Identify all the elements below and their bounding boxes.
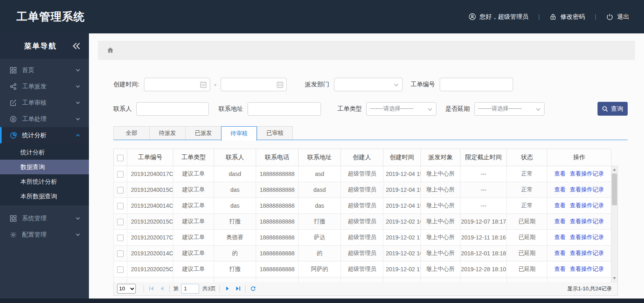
order-no-input[interactable] <box>440 78 513 91</box>
home-icon[interactable] <box>106 46 114 54</box>
collapse-sidebar-icon[interactable] <box>72 42 81 50</box>
create-time-end-input[interactable] <box>221 78 287 91</box>
view-log-link[interactable]: 查看操作记录 <box>570 250 604 256</box>
column-header-派发对象[interactable]: 派发对象 <box>421 149 460 166</box>
power-icon <box>606 13 613 20</box>
sidebar-item-工单审核[interactable]: 工单审核 <box>0 94 89 111</box>
sidebar-item-统计分析[interactable]: 统计分析 <box>0 127 89 143</box>
cell-order-type: 建议工单 <box>173 214 214 230</box>
tab-已派发[interactable]: 已派发 <box>185 126 221 140</box>
view-log-link[interactable]: 查看操作记录 <box>570 170 604 177</box>
cell-dispatch-target: 墩上中心所 <box>421 261 460 277</box>
tab-全部[interactable]: 全部 <box>113 126 149 140</box>
column-header-联系电话[interactable]: 联系电话 <box>256 149 299 166</box>
chevron-down-icon <box>75 67 81 73</box>
row-checkbox[interactable] <box>117 266 124 273</box>
view-log-link[interactable]: 查看操作记录 <box>570 202 604 209</box>
sidebar-header: 菜单导航 <box>0 33 89 59</box>
table-row: 201912040017C建议工单dasd18888888888asd超级管理员… <box>114 166 611 182</box>
prev-page-icon[interactable] <box>158 285 166 292</box>
sidebar-item-工单处理[interactable]: 工单处理 <box>0 111 89 127</box>
change-password-button[interactable]: 修改密码 <box>549 13 585 21</box>
sidebar-subitem-本所统计分析[interactable]: 本所统计分析 <box>0 174 89 189</box>
create-time-start-input[interactable] <box>144 78 210 91</box>
row-checkbox[interactable] <box>117 171 124 178</box>
view-log-link[interactable]: 查看操作记录 <box>570 234 604 240</box>
sidebar-item-label: 配置管理 <box>22 231 46 239</box>
cell-contact: 的 <box>214 246 256 261</box>
cell-creator: 超级管理员 <box>341 261 383 277</box>
sidebar-subitem-本所数据查询[interactable]: 本所数据查询 <box>0 189 89 204</box>
view-link[interactable]: 查看 <box>554 266 566 272</box>
delay-select[interactable]: -------请选择------- <box>474 102 544 116</box>
pager-divider <box>169 285 170 292</box>
tab-待派发[interactable]: 待派发 <box>149 126 185 140</box>
dispatch-dept-select[interactable] <box>334 78 403 91</box>
sidebar-subitem-统计分析[interactable]: 统计分析 <box>0 145 89 160</box>
cell-dispatch-target: 墩上中心所 <box>421 182 460 198</box>
view-log-link[interactable]: 查看操作记录 <box>570 218 604 224</box>
scrollbar-thumb[interactable] <box>612 173 617 205</box>
sidebar-item-首页[interactable]: 首页 <box>0 62 89 78</box>
column-header-创建时间[interactable]: 创建时间 <box>383 149 421 166</box>
app-title: 工单管理系统 <box>16 9 85 24</box>
topbar-divider: | <box>538 13 540 20</box>
view-link[interactable]: 查看 <box>554 202 566 209</box>
last-page-icon[interactable] <box>234 285 241 292</box>
column-header-工单编号[interactable]: 工单编号 <box>127 149 173 166</box>
row-checkbox[interactable] <box>117 235 124 241</box>
view-link[interactable]: 查看 <box>554 234 566 240</box>
sidebar-item-工单派发[interactable]: 工单派发 <box>0 78 89 94</box>
cell-operations: 查看查看操作记录 <box>547 261 611 277</box>
sidebar-menu: 首页工单派发工单审核工单处理统计分析统计分析数据查询本所统计分析本所数据查询系统… <box>0 59 89 243</box>
search-button[interactable]: 查询 <box>598 102 628 116</box>
row-checkbox[interactable] <box>117 203 124 209</box>
address-input[interactable] <box>248 102 321 116</box>
scroll-up-icon[interactable] <box>611 166 617 173</box>
main-content: 创建时间: - <box>89 33 644 299</box>
row-select-cell <box>114 198 127 214</box>
view-link[interactable]: 查看 <box>554 250 566 256</box>
tab-待审核[interactable]: 待审核 <box>221 126 257 141</box>
tab-已审核[interactable]: 已审核 <box>257 126 293 140</box>
refresh-icon[interactable] <box>249 285 257 292</box>
pager: 10 第 共3页 <box>113 282 618 296</box>
column-header-限定截止时间[interactable]: 限定截止时间 <box>460 149 507 166</box>
first-page-icon[interactable] <box>148 285 155 292</box>
column-header-联系地址[interactable]: 联系地址 <box>299 149 341 166</box>
sidebar-item-配置管理[interactable]: 配置管理 <box>0 226 89 243</box>
row-checkbox[interactable] <box>117 187 124 193</box>
table-row-partial <box>114 277 611 282</box>
logout-button[interactable]: 退出 <box>606 13 629 21</box>
table-row: 201912040015C建议工单das18888888888dasd超级管理员… <box>114 182 611 198</box>
user-greeting[interactable]: 您好，超级管理员 <box>469 13 529 21</box>
view-link[interactable]: 查看 <box>554 218 566 224</box>
calendar-icon[interactable] <box>200 81 207 88</box>
table-scrollbar[interactable] <box>611 166 618 282</box>
column-header-操作[interactable]: 操作 <box>547 149 611 166</box>
calendar-icon[interactable] <box>277 81 283 88</box>
column-header-联系人[interactable]: 联系人 <box>214 149 256 166</box>
view-link[interactable]: 查看 <box>554 170 566 177</box>
select-all-checkbox[interactable] <box>117 155 124 161</box>
next-page-icon[interactable] <box>224 285 231 292</box>
cell-contact: 奥德赛 <box>214 230 256 246</box>
column-header-创建人[interactable]: 创建人 <box>341 149 383 166</box>
page-number-input[interactable] <box>181 284 199 294</box>
row-checkbox[interactable] <box>117 250 124 257</box>
scroll-down-icon[interactable] <box>611 275 617 282</box>
sidebar-item-label: 工单派发 <box>22 83 46 90</box>
order-type-select[interactable]: -------请选择------- <box>366 102 436 116</box>
sidebar-subitem-数据查询[interactable]: 数据查询 <box>0 160 89 174</box>
column-header-状态[interactable]: 状态 <box>507 149 547 166</box>
column-header-工单类型[interactable]: 工单类型 <box>173 149 214 166</box>
page-size-select[interactable]: 10 <box>117 284 136 294</box>
view-log-link[interactable]: 查看操作记录 <box>570 186 604 193</box>
view-link[interactable]: 查看 <box>554 186 566 193</box>
sidebar-item-系统管理[interactable]: 系统管理 <box>0 210 89 226</box>
table-row: 201912020017C建议工单奥德赛18888888888萨达超级管理员20… <box>114 230 611 246</box>
row-checkbox[interactable] <box>117 219 124 225</box>
contact-input[interactable] <box>136 102 209 116</box>
view-log-link[interactable]: 查看操作记录 <box>570 266 604 272</box>
user-icon <box>469 13 476 20</box>
